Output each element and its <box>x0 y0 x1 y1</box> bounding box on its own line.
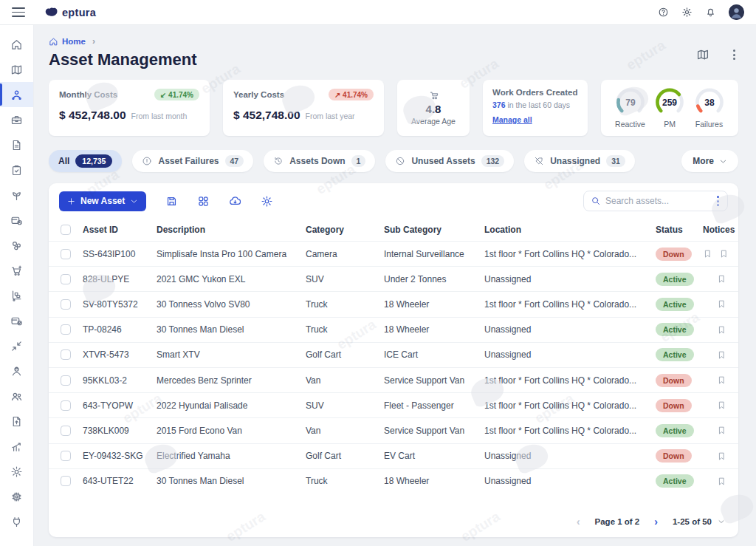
sidebar-item-costs[interactable] <box>0 208 33 233</box>
tab-assets-down[interactable]: Assets Down1 <box>264 150 375 172</box>
sidebar-item-tasks[interactable] <box>0 157 33 182</box>
breadcrumb-home[interactable]: Home <box>62 37 86 46</box>
table-row[interactable]: 643-UTET22 30 Tonnes Man Diesel Truck 18… <box>49 468 738 494</box>
table-row[interactable]: 643-TYOPW 2022 Hyundai Palisade SUV Flee… <box>49 392 738 417</box>
search-input[interactable] <box>605 196 709 206</box>
breadcrumb[interactable]: Home › <box>49 36 95 47</box>
cell-description: 2015 Ford Econo Van <box>157 426 306 436</box>
sidebar-item-payments[interactable] <box>0 308 33 333</box>
cell-notices <box>703 249 740 259</box>
table-row[interactable]: SS-643IP100 Simplisafe Insta Pro 100 Cam… <box>49 241 738 266</box>
sidebar-item-analytics[interactable] <box>0 434 33 459</box>
main-content: epturaepturaepturaepturaepturaepturaeptu… <box>34 25 756 546</box>
help-icon[interactable] <box>658 7 669 18</box>
sidebar-item-parts[interactable] <box>0 233 33 258</box>
bookmark-icon[interactable] <box>717 375 726 385</box>
gear-icon[interactable] <box>261 195 273 208</box>
sidebar-item-exports[interactable] <box>0 409 33 434</box>
sidebar-item-devices[interactable] <box>0 484 33 509</box>
bookmark-icon[interactable] <box>717 451 726 461</box>
cell-sub-category: Under 2 Tonnes <box>384 274 484 284</box>
tab-count-badge: 1 <box>351 155 366 167</box>
tab-asset-failures[interactable]: Asset Failures47 <box>132 150 253 172</box>
sidebar-item-power[interactable] <box>0 509 33 534</box>
tag-slash-icon <box>534 156 544 166</box>
tab-label: Unused Assets <box>411 156 475 166</box>
bookmark-icon[interactable] <box>717 299 726 309</box>
row-checkbox[interactable] <box>61 299 71 310</box>
next-page-button[interactable]: › <box>654 516 658 527</box>
header-description[interactable]: Description <box>157 225 306 235</box>
cloud-download-icon[interactable] <box>229 195 241 208</box>
table-row[interactable]: TP-08246 30 Tonnes Man Diesel Truck 18 W… <box>49 317 738 342</box>
row-checkbox[interactable] <box>61 476 71 486</box>
bookmark-icon[interactable] <box>717 477 726 486</box>
sidebar-item-toolbox[interactable] <box>0 107 33 132</box>
page-kebab-menu[interactable] <box>730 48 738 61</box>
header-status[interactable]: Status <box>656 225 703 235</box>
row-checkbox[interactable] <box>61 249 71 259</box>
header-category[interactable]: Category <box>306 225 384 235</box>
save-icon[interactable] <box>165 195 178 208</box>
cell-category: Van <box>306 375 384 386</box>
row-checkbox[interactable] <box>61 451 71 461</box>
row-checkbox[interactable] <box>61 375 71 386</box>
bookmark-icon[interactable] <box>717 426 726 435</box>
sidebar-item-receiving[interactable] <box>0 283 33 308</box>
tab-unassigned[interactable]: Unassigned31 <box>524 150 635 172</box>
sidebar-item-spaces[interactable] <box>0 57 33 82</box>
avatar[interactable] <box>729 4 744 20</box>
row-checkbox[interactable] <box>61 400 71 411</box>
bookmark-icon[interactable] <box>717 400 726 410</box>
bookmark-icon[interactable] <box>719 249 729 259</box>
search-kebab-menu[interactable] <box>714 194 722 208</box>
tab-unused-assets[interactable]: Unused Assets132 <box>385 150 514 172</box>
row-checkbox[interactable] <box>61 274 71 284</box>
sidebar-item-teams[interactable] <box>0 383 33 409</box>
more-button[interactable]: More <box>681 150 738 172</box>
sidebar-item-home[interactable] <box>0 32 33 57</box>
bell-icon[interactable] <box>705 7 716 18</box>
sidebar-item-settings[interactable] <box>0 459 33 484</box>
bookmark-icon[interactable] <box>703 249 712 259</box>
row-checkbox[interactable] <box>61 349 71 360</box>
prev-page-button[interactable]: ‹ <box>577 516 580 527</box>
table-row[interactable]: 738KLK009 2015 Ford Econo Van Van Servic… <box>49 417 738 443</box>
row-checkbox[interactable] <box>61 426 71 436</box>
select-all-checkbox[interactable] <box>61 225 71 235</box>
gear-icon[interactable] <box>681 7 693 18</box>
page-size-selector[interactable]: 1-25 of 50 <box>673 517 725 526</box>
cell-asset-id: 738KLK009 <box>83 426 157 436</box>
tab-all[interactable]: All12,735 <box>49 150 122 172</box>
sidebar-item-sustainability[interactable] <box>0 182 33 208</box>
table-row[interactable]: 828-ULPYE 2021 GMC Yukon EXL SUV Under 2… <box>49 266 738 291</box>
cell-location: 1st floor * Fort Collins HQ * Colorado..… <box>484 249 656 259</box>
map-icon[interactable] <box>696 48 709 61</box>
sidebar-item-contractors[interactable] <box>0 358 33 383</box>
sidebar-item-documents[interactable] <box>0 132 33 157</box>
header-asset-id[interactable]: Asset ID <box>83 225 157 235</box>
table-row[interactable]: SV-80TY5372 30 Tonness Volvo SV80 Truck … <box>49 291 738 316</box>
hamburger-menu-icon[interactable] <box>12 7 25 16</box>
cell-description: 2021 GMC Yukon EXL <box>157 274 306 284</box>
header-sub-category[interactable]: Sub Category <box>384 225 484 235</box>
table-row[interactable]: 95KKL03-2 Mercedes Benz Sprinter Van Ser… <box>49 367 738 392</box>
sidebar-item-purchasing[interactable] <box>0 258 33 283</box>
table-row[interactable]: EY-09432-SKG Electrified Yamaha Golf Car… <box>49 443 738 468</box>
header-notices[interactable]: Notices <box>703 225 745 235</box>
grid-icon[interactable] <box>197 195 210 208</box>
header-location[interactable]: Location <box>484 225 656 235</box>
status-badge: Active <box>656 273 694 286</box>
bookmark-icon[interactable] <box>717 325 726 335</box>
bookmark-icon[interactable] <box>717 274 726 284</box>
row-checkbox[interactable] <box>61 324 71 335</box>
sidebar-item-consolidate[interactable] <box>0 333 33 358</box>
cell-sub-category: 18 Wheeler <box>384 324 484 335</box>
worker-icon <box>10 365 23 378</box>
gauge-pm: 259PM <box>652 87 687 129</box>
sidebar-item-assets[interactable] <box>0 82 33 107</box>
manage-all-link[interactable]: Manage all <box>492 115 532 124</box>
bookmark-icon[interactable] <box>717 350 726 360</box>
new-asset-button[interactable]: New Asset <box>59 191 146 211</box>
table-row[interactable]: XTVR-5473 Smart XTV Golf Cart ICE Cart U… <box>49 342 738 367</box>
